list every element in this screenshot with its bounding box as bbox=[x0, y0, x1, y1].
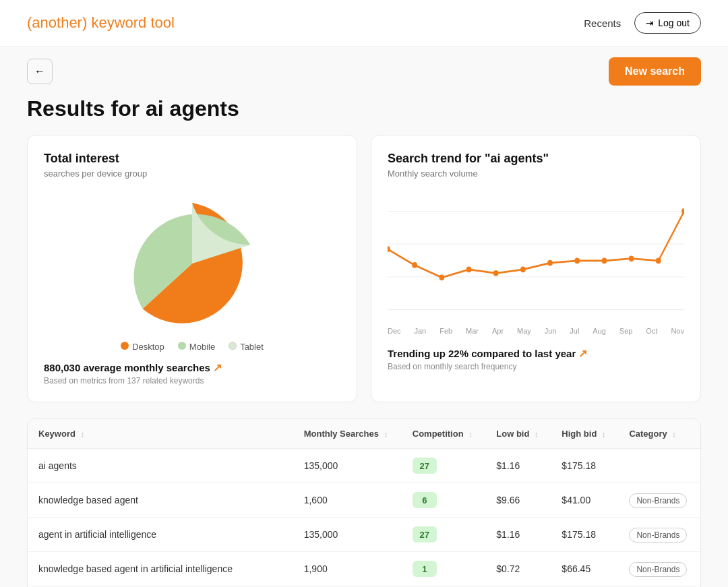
logo-suffix: keyword tool bbox=[87, 14, 175, 31]
table-row: ai agents 135,000 27 $1.16 $175.18 bbox=[28, 449, 700, 483]
logo-prefix: (another) bbox=[27, 14, 87, 31]
cell-monthly-searches: 1,900 bbox=[293, 552, 402, 586]
logo: (another) keyword tool bbox=[27, 14, 175, 32]
total-interest-stat-sub: Based on metrics from 137 related keywor… bbox=[44, 376, 340, 385]
month-may: May bbox=[517, 327, 531, 335]
category-badge: Non-Brands bbox=[629, 562, 687, 577]
month-aug: Aug bbox=[593, 327, 606, 335]
cell-category: Non-Brands bbox=[618, 483, 700, 518]
cell-low-bid: $1.16 bbox=[485, 449, 551, 483]
line-chart bbox=[388, 189, 684, 324]
month-dec: Dec bbox=[388, 327, 401, 335]
sort-competition-icon: ↕ bbox=[468, 430, 473, 438]
month-jan: Jan bbox=[414, 327, 426, 335]
cell-monthly-searches: 1,600 bbox=[293, 483, 402, 518]
cell-high-bid: $41.00 bbox=[551, 483, 618, 518]
competition-badge: 6 bbox=[413, 492, 437, 508]
dot-6 bbox=[547, 260, 553, 266]
sort-keyword-icon: ↕ bbox=[81, 430, 85, 438]
cell-competition: 6 bbox=[402, 483, 486, 518]
cell-keyword: knowledge based agent bbox=[28, 483, 293, 518]
cell-high-bid: $175.18 bbox=[551, 518, 618, 552]
table-row: agent in artificial intelligence 135,000… bbox=[28, 518, 700, 552]
legend-desktop: Desktop bbox=[121, 342, 164, 352]
header-right: Recents ⇥ Log out bbox=[584, 12, 701, 34]
col-competition[interactable]: Competition ↕ bbox=[402, 419, 486, 449]
competition-badge: 27 bbox=[413, 458, 437, 474]
sort-category-icon: ↕ bbox=[672, 430, 676, 438]
dot-4 bbox=[493, 270, 499, 276]
legend-tablet: Tablet bbox=[229, 342, 264, 352]
desktop-dot bbox=[121, 342, 129, 350]
search-trend-subtitle: Monthly search volume bbox=[388, 168, 684, 179]
sort-monthly-icon: ↕ bbox=[384, 430, 388, 438]
month-oct: Oct bbox=[646, 327, 657, 335]
table-body: ai agents 135,000 27 $1.16 $175.18 knowl… bbox=[28, 449, 700, 588]
competition-badge: 1 bbox=[413, 561, 437, 577]
category-badge: Non-Brands bbox=[629, 528, 687, 543]
total-interest-title: Total interest bbox=[44, 152, 340, 166]
trend-stat: Trending up 22% compared to last year ↗ bbox=[388, 347, 684, 360]
total-interest-subtitle: searches per device group bbox=[44, 168, 340, 179]
trend-up-icon: ↗ bbox=[578, 348, 587, 359]
month-apr: Apr bbox=[492, 327, 504, 335]
sort-low-bid-icon: ↕ bbox=[535, 430, 539, 438]
cards-row: Total interest searches per device group… bbox=[0, 135, 728, 419]
cell-category: Non-Brands bbox=[618, 552, 700, 586]
trend-stat-sub: Based on monthly search frequency bbox=[388, 362, 684, 371]
logout-label: Log out bbox=[658, 18, 690, 28]
col-category[interactable]: Category ↕ bbox=[618, 419, 700, 449]
dot-10 bbox=[656, 258, 661, 264]
stat-text: 880,030 average monthly searches bbox=[44, 362, 210, 373]
cell-keyword: knowledge based agent in artificial inte… bbox=[28, 552, 293, 586]
logout-button[interactable]: ⇥ Log out bbox=[634, 12, 701, 34]
cell-high-bid: $175.18 bbox=[551, 449, 618, 483]
trend-arrow-icon: ↗ bbox=[213, 362, 222, 373]
page-title: Results for ai agents bbox=[0, 96, 728, 135]
sort-high-bid-icon: ↕ bbox=[602, 430, 606, 438]
month-mar: Mar bbox=[466, 327, 479, 335]
cell-monthly-searches: 135,000 bbox=[293, 449, 402, 483]
legend-mobile: Mobile bbox=[178, 342, 215, 352]
cell-keyword: agent in artificial intelligence bbox=[28, 518, 293, 552]
col-keyword[interactable]: Keyword ↕ bbox=[28, 419, 293, 449]
recents-button[interactable]: Recents bbox=[584, 18, 621, 29]
keywords-table-wrap: Keyword ↕ Monthly Searches ↕ Competition… bbox=[27, 419, 701, 587]
month-nov: Nov bbox=[671, 327, 684, 335]
month-feb: Feb bbox=[439, 327, 452, 335]
table-row: knowledge based agent 1,600 6 $9.66 $41.… bbox=[28, 483, 700, 518]
dot-3 bbox=[466, 267, 472, 273]
new-search-button[interactable]: New search bbox=[609, 57, 701, 86]
col-low-bid[interactable]: Low bid ↕ bbox=[485, 419, 551, 449]
cell-low-bid: $9.66 bbox=[485, 483, 551, 518]
pie-chart-svg bbox=[125, 196, 260, 331]
month-jul: Jul bbox=[570, 327, 579, 335]
table-row: knowledge based agent in artificial inte… bbox=[28, 552, 700, 586]
dot-11 bbox=[681, 208, 684, 214]
keywords-table: Keyword ↕ Monthly Searches ↕ Competition… bbox=[28, 419, 700, 587]
total-interest-stat: 880,030 average monthly searches ↗ bbox=[44, 361, 340, 374]
col-monthly-searches[interactable]: Monthly Searches ↕ bbox=[293, 419, 402, 449]
search-trend-title: Search trend for "ai agents" bbox=[388, 152, 684, 166]
cell-category: Non-Brands bbox=[618, 518, 700, 552]
cell-category bbox=[618, 449, 700, 483]
category-badge: Non-Brands bbox=[629, 493, 687, 508]
pie-legend: Desktop Mobile Tablet bbox=[44, 342, 340, 352]
cell-competition: 27 bbox=[402, 449, 486, 483]
back-button[interactable]: ← bbox=[27, 59, 53, 84]
month-sep: Sep bbox=[619, 327, 633, 335]
tablet-dot bbox=[229, 342, 237, 350]
cell-low-bid: $0.72 bbox=[485, 552, 551, 586]
dot-9 bbox=[629, 255, 634, 261]
competition-badge: 27 bbox=[413, 526, 437, 543]
col-high-bid[interactable]: High bid ↕ bbox=[551, 419, 618, 449]
dot-8 bbox=[602, 258, 607, 264]
total-interest-card: Total interest searches per device group… bbox=[27, 135, 357, 402]
cell-competition: 1 bbox=[402, 552, 486, 586]
chart-month-labels: Dec Jan Feb Mar Apr May Jun Jul Aug Sep … bbox=[388, 324, 684, 342]
cell-low-bid: $1.16 bbox=[485, 518, 551, 552]
header: (another) keyword tool Recents ⇥ Log out bbox=[0, 0, 728, 47]
mobile-dot bbox=[178, 342, 186, 350]
cell-monthly-searches: 135,000 bbox=[293, 518, 402, 552]
cell-high-bid: $66.45 bbox=[551, 552, 618, 586]
